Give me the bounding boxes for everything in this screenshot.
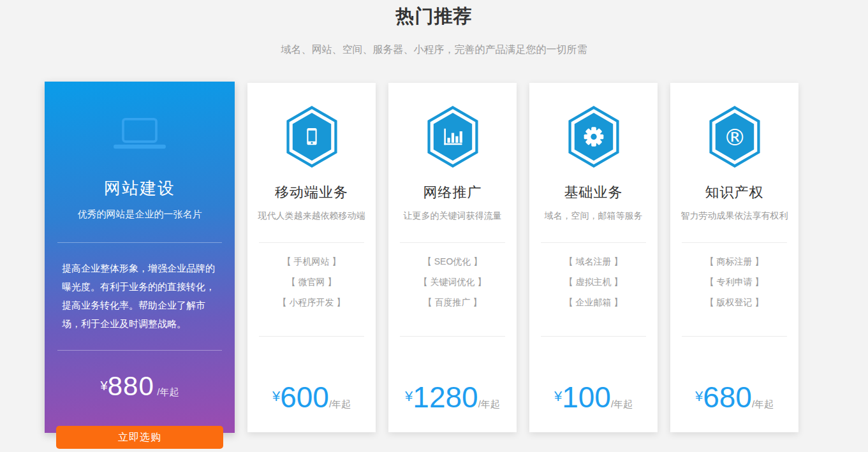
feature-item: 【 SEO优化 】 [388,251,517,272]
card-price: ¥680/年起 [670,380,798,414]
bar-chart-icon [388,106,517,168]
card-basic-business[interactable]: 基础业务 域名，空间，邮箱等服务 【 域名注册 】 【 虚拟主机 】 【 企业邮… [529,83,658,432]
currency-symbol: ¥ [101,379,108,393]
feature-item: 【 虚拟主机 】 [529,272,658,292]
product-cards-row: 网站建设 优秀的网站是企业的一张名片 提高企业整体形象，增强企业品牌的曝光度。有… [45,82,798,433]
feature-item: 【 微官网 】 [247,272,376,292]
registered-trademark-icon: ® [670,106,798,168]
card-feature-list: 【 域名注册 】 【 虚拟主机 】 【 企业邮箱 】 [529,251,658,312]
card-subtitle: 域名，空间，邮箱等服务 [529,210,658,222]
card-mobile-business[interactable]: 移动端业务 现代人类越来越依赖移动端 【 手机网站 】 【 微官网 】 【 小程… [247,83,376,432]
divider [682,336,787,337]
currency-symbol: ¥ [405,388,413,404]
divider [541,242,646,243]
card-feature-list: 【 SEO优化 】 【 关键词优化 】 【 百度推广 】 [388,251,517,312]
divider [541,336,646,337]
page-title: 热门推荐 [0,0,868,29]
feature-item: 【 域名注册 】 [529,251,658,272]
divider [57,350,222,351]
currency-symbol: ¥ [272,388,280,404]
feature-item: 【 版权登记 】 [670,292,798,312]
buy-now-button[interactable]: 立即选购 [56,426,223,449]
card-price: ¥1280/年起 [388,380,517,414]
card-website-construction[interactable]: 网站建设 优秀的网站是企业的一张名片 提高企业整体形象，增强企业品牌的曝光度。有… [45,82,235,433]
price-amount: 680 [703,381,752,414]
divider [259,242,364,243]
price-amount: 100 [562,381,611,414]
currency-symbol: ¥ [695,388,703,404]
price-unit: /年起 [752,398,774,409]
price-unit: /年起 [157,386,179,397]
card-subtitle: 现代人类越来越依赖移动端 [247,210,376,222]
divider [259,336,364,337]
card-price: ¥100/年起 [529,380,658,414]
card-intellectual-property[interactable]: ® 知识产权 智力劳动成果依法享有权利 【 商标注册 】 【 专利申请 】 【 … [670,83,798,432]
price-amount: 600 [280,381,329,414]
feature-item: 【 手机网站 】 [247,251,376,272]
featured-card-title: 网站建设 [45,177,235,200]
divider [400,242,505,243]
price-amount: 1280 [413,381,478,414]
price-unit: /年起 [611,398,633,409]
featured-card-price: ¥880 /年起 [45,371,235,402]
card-subtitle: 让更多的关键词获得流量 [388,210,517,222]
featured-card-description: 提高企业整体形象，增强企业品牌的曝光度。有利于业务的的直接转化，提高业务转化率。… [62,259,217,333]
feature-item: 【 关键词优化 】 [388,272,517,292]
feature-item: 【 专利申请 】 [670,272,798,292]
feature-item: 【 小程序开发 】 [247,292,376,312]
card-title: 基础业务 [529,183,658,202]
feature-item: 【 企业邮箱 】 [529,292,658,312]
price-amount: 880 [108,371,154,401]
divider [682,242,787,243]
feature-item: 【 百度推广 】 [388,292,517,312]
smartphone-icon [247,106,376,168]
laptop-icon [45,117,235,150]
divider [400,336,505,337]
card-title: 移动端业务 [247,183,376,202]
featured-card-subtitle: 优秀的网站是企业的一张名片 [45,208,235,221]
page-subtitle: 域名、网站、空间、服务器、小程序，完善的产品满足您的一切所需 [0,43,868,57]
card-price: ¥600/年起 [247,380,376,414]
price-unit: /年起 [329,398,351,409]
card-subtitle: 智力劳动成果依法享有权利 [670,210,798,222]
currency-symbol: ¥ [554,388,562,404]
svg-text:®: ® [723,124,746,150]
divider [57,242,222,243]
card-feature-list: 【 商标注册 】 【 专利申请 】 【 版权登记 】 [670,251,798,312]
card-title: 知识产权 [670,183,798,202]
card-title: 网络推广 [388,183,517,202]
card-feature-list: 【 手机网站 】 【 微官网 】 【 小程序开发 】 [247,251,376,312]
card-network-promotion[interactable]: 网络推广 让更多的关键词获得流量 【 SEO优化 】 【 关键词优化 】 【 百… [388,83,517,432]
price-unit: /年起 [478,398,500,409]
feature-item: 【 商标注册 】 [670,251,798,272]
gear-icon [529,106,658,168]
